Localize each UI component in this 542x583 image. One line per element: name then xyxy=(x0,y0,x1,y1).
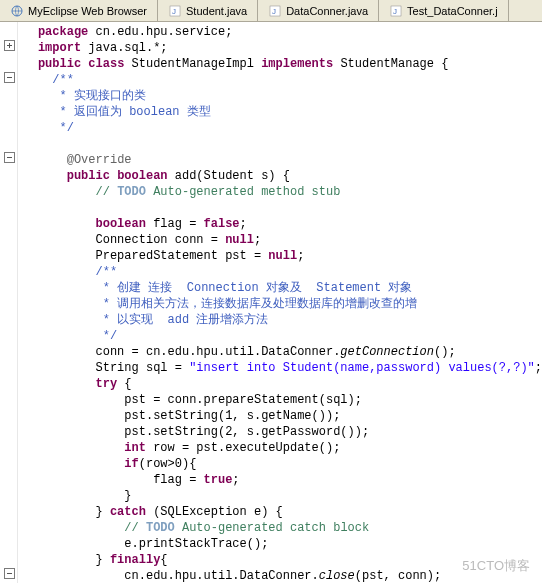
kw-if: if xyxy=(124,457,138,471)
fold-icon[interactable] xyxy=(4,72,15,83)
kw-try: try xyxy=(96,377,118,391)
java-file-icon: J xyxy=(168,4,182,18)
javadoc: * 以实现 xyxy=(96,313,168,327)
kw-true: true xyxy=(204,473,233,487)
text: StudentManage { xyxy=(333,57,448,71)
text: } xyxy=(124,489,131,503)
kw-boolean: boolean xyxy=(96,217,146,231)
javadoc: /** xyxy=(96,265,118,279)
kw-boolean: boolean xyxy=(110,169,168,183)
text: pst.setString(1, s.getName()); xyxy=(124,409,340,423)
text: ; xyxy=(240,217,247,231)
javadoc: */ xyxy=(96,329,118,343)
javadoc: /** xyxy=(52,73,74,87)
static-call: close xyxy=(319,569,355,583)
text: (row>0){ xyxy=(139,457,197,471)
text: } xyxy=(96,505,110,519)
kw-public: public xyxy=(67,169,110,183)
static-call: getConnection xyxy=(340,345,434,359)
text: (SQLException e) { xyxy=(146,505,283,519)
java-file-icon: J xyxy=(268,4,282,18)
kw-null: null xyxy=(268,249,297,263)
text: e.printStackTrace(); xyxy=(124,537,268,551)
javadoc: boolean 类型 xyxy=(129,105,211,119)
javadoc: * 调用相关方法，连接数据库及处理数据库的增删改查的增 xyxy=(96,297,418,311)
javadoc: * 创建 连接 xyxy=(96,281,187,295)
javadoc: */ xyxy=(52,121,74,135)
todo: TODO xyxy=(117,185,146,199)
tab-test-dataconner[interactable]: J Test_DataConner.j xyxy=(379,0,509,21)
text: ; xyxy=(297,249,304,263)
text: String sql = xyxy=(96,361,190,375)
tab-label: MyEclipse Web Browser xyxy=(28,5,147,17)
watermark: 51CTO博客 xyxy=(462,557,530,575)
text: { xyxy=(160,553,167,567)
comment: Auto-generated method stub xyxy=(146,185,340,199)
string: "insert into Student(name,password) valu… xyxy=(189,361,535,375)
todo: TODO xyxy=(146,521,175,535)
javadoc: * 返回值为 xyxy=(52,105,129,119)
tab-dataconner[interactable]: J DataConner.java xyxy=(258,0,379,21)
svg-text:J: J xyxy=(393,7,397,16)
globe-icon xyxy=(10,4,24,18)
comment: // xyxy=(124,521,146,535)
code-editor[interactable]: package cn.edu.hpu.service; import java.… xyxy=(0,22,542,583)
tab-browser[interactable]: MyEclipse Web Browser xyxy=(0,0,158,21)
text: pst = conn.prepareStatement(sql); xyxy=(124,393,362,407)
kw-int: int xyxy=(124,441,146,455)
text: row = pst.executeUpdate(); xyxy=(146,441,340,455)
fold-icon[interactable] xyxy=(4,40,15,51)
kw-public: public xyxy=(38,57,81,71)
text: Connection conn = xyxy=(96,233,226,247)
fold-icon[interactable] xyxy=(4,568,15,579)
text: ; xyxy=(254,233,261,247)
kw-false: false xyxy=(204,217,240,231)
text: conn = cn.edu.hpu.util.DataConner. xyxy=(96,345,341,359)
svg-text:J: J xyxy=(272,7,276,16)
text: add(Student s) { xyxy=(168,169,290,183)
text: } xyxy=(96,553,110,567)
text: cn.edu.hpu.util.DataConner. xyxy=(124,569,318,583)
kw-class: class xyxy=(88,57,124,71)
text: StudentManageImpl xyxy=(124,57,261,71)
svg-text:J: J xyxy=(172,7,176,16)
javadoc: * 实现接口的类 xyxy=(52,89,146,103)
kw-catch: catch xyxy=(110,505,146,519)
comment: Auto-generated catch block xyxy=(175,521,369,535)
java-file-icon: J xyxy=(389,4,403,18)
annotation: @Override xyxy=(67,153,132,167)
text: ; xyxy=(232,473,239,487)
tab-label: DataConner.java xyxy=(286,5,368,17)
tab-label: Test_DataConner.j xyxy=(407,5,498,17)
text: PreparedStatement pst = xyxy=(96,249,269,263)
text: flag = xyxy=(146,217,204,231)
kw-null: null xyxy=(225,233,254,247)
text: cn.edu.hpu.service; xyxy=(88,25,232,39)
code-area[interactable]: package cn.edu.hpu.service; import java.… xyxy=(18,22,543,583)
kw-finally: finally xyxy=(110,553,160,567)
text: { xyxy=(117,377,131,391)
text: (); xyxy=(434,345,456,359)
text: (pst, conn); xyxy=(355,569,441,583)
text: java.sql.*; xyxy=(81,41,167,55)
text: ; xyxy=(535,361,542,375)
kw-implements: implements xyxy=(261,57,333,71)
tab-student[interactable]: J Student.java xyxy=(158,0,258,21)
text: flag = xyxy=(153,473,203,487)
text: pst.setString(2, s.getPassword()); xyxy=(124,425,369,439)
gutter xyxy=(0,22,18,583)
kw-package: package xyxy=(38,25,88,39)
javadoc: add 注册增添方法 xyxy=(168,313,269,327)
javadoc: Connection 对象及 Statement 对象 xyxy=(187,281,413,295)
fold-icon[interactable] xyxy=(4,152,15,163)
kw-import: import xyxy=(38,41,81,55)
editor-tabs: MyEclipse Web Browser J Student.java J D… xyxy=(0,0,542,22)
tab-label: Student.java xyxy=(186,5,247,17)
comment: // xyxy=(96,185,118,199)
